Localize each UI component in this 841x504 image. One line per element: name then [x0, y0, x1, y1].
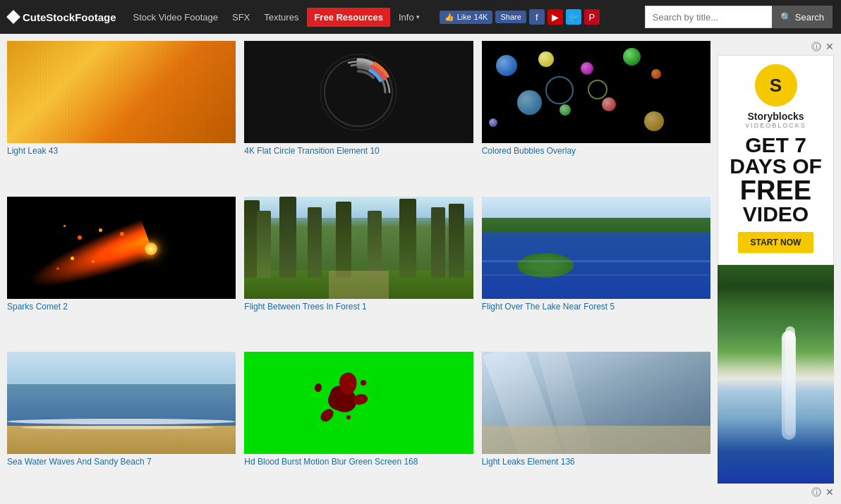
- item-title-circle-transition[interactable]: 4K Flat Circle Transition Element 10: [244, 146, 473, 156]
- storyblocks-headline-1: GET 7: [745, 135, 806, 156]
- thumbnail-colored-bubbles: [482, 41, 710, 143]
- search-input[interactable]: [645, 6, 772, 28]
- item-title-blood-burst[interactable]: Hd Blood Burst Motion Blur Green Screen …: [244, 457, 473, 467]
- fb-thumb-icon: 👍: [444, 13, 454, 22]
- storyblocks-headline-2: DAYS OF: [730, 156, 822, 177]
- search-button-label: Search: [795, 12, 824, 23]
- list-item[interactable]: Flight Over The Lake Near Forest 5: [482, 197, 710, 343]
- thumbnail-light-leak-43: [7, 41, 236, 143]
- twitter-icon[interactable]: 🐦: [566, 9, 581, 25]
- social-bar: 👍 Like 14K Share f ▶ 🐦 P: [440, 9, 600, 25]
- youtube-icon[interactable]: ▶: [547, 9, 563, 25]
- item-title-light-leak-43[interactable]: Light Leak 43: [7, 146, 236, 156]
- main-content: Light Leak 43: [0, 34, 841, 504]
- fb-count: 14K: [474, 13, 488, 21]
- storyblocks-waterfall-image: [718, 265, 834, 484]
- thumbnail-beach-waves: [7, 352, 236, 454]
- search-button[interactable]: 🔍 Search: [772, 6, 833, 28]
- list-item[interactable]: Light Leaks Element 136: [482, 352, 710, 498]
- thumbnail-sparks-comet: [7, 197, 236, 299]
- logo-text: CuteStockFootage: [23, 11, 116, 23]
- thumbnail-forest-flight: [244, 197, 473, 299]
- search-area: 🔍 Search: [645, 6, 833, 28]
- list-item[interactable]: 4K Flat Circle Transition Element 10: [244, 41, 473, 187]
- list-item[interactable]: Light Leak 43: [7, 41, 236, 187]
- chevron-down-icon: ▾: [416, 13, 420, 20]
- storyblocks-logo-letter: S: [770, 75, 782, 97]
- thumbnail-lake-flight: [482, 197, 710, 299]
- item-title-forest-flight[interactable]: Flight Between Trees In Forest 1: [244, 302, 473, 312]
- logo[interactable]: CuteStockFootage: [8, 11, 116, 23]
- storyblocks-headline-4: VIDEO: [743, 204, 809, 225]
- item-title-beach-waves[interactable]: Sea Water Waves And Sandy Beach 7: [7, 457, 236, 467]
- storyblocks-cta-button[interactable]: START NOW: [738, 232, 814, 253]
- list-item[interactable]: Hd Blood Burst Motion Blur Green Screen …: [244, 352, 473, 498]
- nav-stock-video[interactable]: Stock Video Footage: [128, 9, 224, 25]
- thumbnail-blood-burst: [244, 352, 473, 454]
- ad-close-icon[interactable]: ✕: [825, 41, 834, 52]
- list-item[interactable]: Sparks Comet 2: [7, 197, 236, 343]
- facebook-like-button[interactable]: 👍 Like 14K: [440, 11, 493, 24]
- video-grid: Light Leak 43: [7, 41, 710, 498]
- storyblocks-sub-brand: VIDEOBLOCKS: [745, 122, 806, 129]
- pinterest-icon[interactable]: P: [584, 9, 600, 25]
- facebook-share-button[interactable]: Share: [495, 11, 526, 23]
- ad-bottom-close-icon[interactable]: ✕: [825, 486, 834, 498]
- ad-info-icon[interactable]: ⓘ: [811, 42, 821, 51]
- storyblocks-headline-3: FREE: [740, 177, 811, 204]
- circle-thumb-bg: [244, 41, 473, 143]
- ad-bottom-bar: ⓘ ✕: [718, 486, 834, 498]
- ad-bottom-info-icon[interactable]: ⓘ: [811, 487, 821, 497]
- fb-like-label: Like: [457, 13, 471, 21]
- item-title-light-leaks-136[interactable]: Light Leaks Element 136: [482, 457, 710, 467]
- item-title-colored-bubbles[interactable]: Colored Bubbles Overlay: [482, 146, 710, 156]
- search-icon: 🔍: [780, 12, 792, 23]
- storyblocks-logo: S: [755, 64, 797, 106]
- main-nav: Stock Video Footage SFX Textures Free Re…: [128, 8, 425, 27]
- nav-textures[interactable]: Textures: [258, 9, 304, 25]
- storyblocks-brand-name: Storyblocks: [747, 111, 804, 122]
- thumbnail-light-leaks-136: [482, 352, 710, 454]
- nav-sfx[interactable]: SFX: [226, 9, 255, 25]
- item-title-sparks-comet[interactable]: Sparks Comet 2: [7, 302, 236, 312]
- item-title-lake-flight[interactable]: Flight Over The Lake Near Forest 5: [482, 302, 710, 312]
- list-item[interactable]: Flight Between Trees In Forest 1: [244, 197, 473, 343]
- logo-diamond-icon: [6, 10, 20, 24]
- comet-tail: [22, 219, 156, 298]
- storyblocks-ad-card: S Storyblocks VIDEOBLOCKS GET 7 DAYS OF …: [718, 55, 834, 265]
- nav-info[interactable]: Info ▾: [393, 9, 425, 25]
- sidebar-advertisement: ⓘ ✕ S Storyblocks VIDEOBLOCKS GET 7 DAYS…: [718, 41, 834, 498]
- nav-free-resources[interactable]: Free Resources: [307, 8, 390, 27]
- header: CuteStockFootage Stock Video Footage SFX…: [0, 0, 841, 34]
- nav-info-label: Info: [399, 12, 414, 23]
- ad-top-bar: ⓘ ✕: [718, 41, 834, 52]
- list-item[interactable]: Sea Water Waves And Sandy Beach 7: [7, 352, 236, 498]
- thumbnail-circle-transition: [244, 41, 473, 143]
- list-item[interactable]: Colored Bubbles Overlay: [482, 41, 710, 187]
- facebook-icon[interactable]: f: [529, 9, 545, 25]
